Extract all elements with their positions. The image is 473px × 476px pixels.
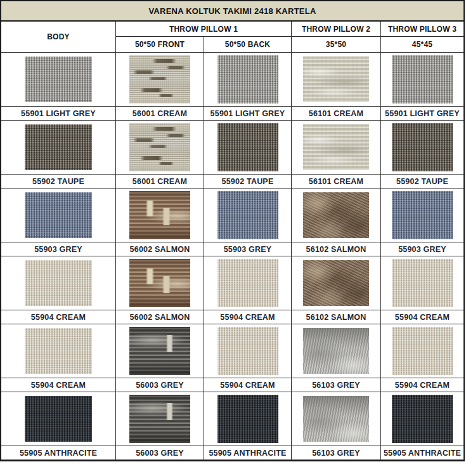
fabric-swatch-56101-cream (303, 56, 369, 102)
fabric-swatch-55905-anthracite (217, 395, 278, 443)
swatch-label: 55904 CREAM (381, 310, 463, 324)
swatch-cell (1, 392, 116, 446)
fabric-swatch-55901-light-grey (217, 55, 278, 103)
swatch-cell (1, 188, 116, 242)
fabric-swatch-55903-grey (217, 191, 278, 239)
fabric-swatch-55902-taupe (25, 124, 92, 170)
swatch-cell (116, 392, 204, 446)
fabric-swatch-56002-salmon (129, 259, 190, 307)
fabric-swatch-55905-anthracite (392, 395, 453, 443)
swatch-label: 55904 CREAM (204, 310, 292, 324)
fabric-swatch-56101-cream (303, 124, 369, 170)
swatch-label: 55904 CREAM (381, 378, 463, 392)
fabric-swatch-55904-cream (392, 259, 453, 307)
column-header-throw-pillow-3: THROW PILLOW 3 (381, 22, 463, 37)
swatch-label: 56103 GREY (292, 378, 381, 392)
fabric-swatch-55901-light-grey (392, 55, 453, 103)
swatch-label: 55902 TAUPE (204, 175, 292, 188)
swatch-label: 56101 CREAM (292, 175, 381, 188)
swatch-cell (292, 188, 381, 242)
swatch-label: 55903 GREY (204, 242, 292, 256)
swatch-cell (204, 188, 292, 242)
fabric-catalog-page: VARENA KOLTUK TAKIMI 2418 KARTELA BODY T… (0, 0, 465, 461)
swatch-cell (381, 256, 463, 310)
swatch-label: 56001 CREAM (116, 175, 204, 188)
swatch-label: 55902 TAUPE (381, 175, 463, 188)
swatch-label: 55901 LIGHT GREY (381, 107, 463, 121)
size-header-45x45: 45*45 (381, 37, 463, 53)
swatch-label: 55903 GREY (1, 242, 116, 256)
fabric-swatch-56001-cream (129, 123, 190, 171)
fabric-swatch-55902-taupe (217, 123, 278, 171)
fabric-swatch-55904-cream (392, 327, 453, 375)
swatch-cell (204, 256, 292, 310)
swatch-cell (292, 121, 381, 175)
fabric-swatch-55903-grey (25, 192, 92, 238)
swatch-label: 55905 ANTHRACITE (381, 446, 463, 460)
swatch-cell (1, 121, 116, 175)
fabric-swatch-55902-taupe (392, 123, 453, 171)
fabric-swatch-56002-salmon (129, 191, 190, 239)
swatch-label: 55904 CREAM (1, 378, 116, 392)
swatch-cell (381, 188, 463, 242)
swatch-cell (292, 324, 381, 378)
swatch-label: 55901 LIGHT GREY (1, 107, 116, 121)
swatch-cell (381, 53, 463, 107)
fabric-swatch-55904-cream (25, 328, 92, 374)
fabric-swatch-56102-salmon (303, 260, 369, 306)
swatch-label: 55904 CREAM (1, 310, 116, 324)
swatch-label: 55903 GREY (381, 242, 463, 256)
fabric-swatch-55901-light-grey (25, 56, 92, 102)
column-header-body: BODY (1, 22, 116, 53)
swatch-cell (116, 324, 204, 378)
swatch-table: BODY THROW PILLOW 1 THROW PILLOW 2 THROW… (1, 22, 463, 460)
swatch-label: 55902 TAUPE (1, 175, 116, 188)
swatch-cell (116, 121, 204, 175)
swatch-label: 56102 SALMON (292, 242, 381, 256)
swatch-label: 55904 CREAM (204, 378, 292, 392)
fabric-swatch-56102-salmon (303, 192, 369, 238)
fabric-swatch-55903-grey (392, 191, 453, 239)
swatch-label: 56002 SALMON (116, 242, 204, 256)
swatch-label: 56001 CREAM (116, 107, 204, 121)
swatch-cell (381, 392, 463, 446)
column-header-throw-pillow-1: THROW PILLOW 1 (116, 22, 292, 37)
swatch-cell (381, 324, 463, 378)
fabric-swatch-55904-cream (25, 260, 92, 306)
swatch-cell (116, 188, 204, 242)
swatch-cell (292, 256, 381, 310)
swatch-label: 55905 ANTHRACITE (1, 446, 116, 460)
swatch-cell (381, 121, 463, 175)
swatch-cell (292, 53, 381, 107)
swatch-cell (204, 392, 292, 446)
size-header-50x50-back: 50*50 BACK (204, 37, 292, 53)
swatch-label: 56102 SALMON (292, 310, 381, 324)
swatch-label: 56103 GREY (292, 446, 381, 460)
fabric-swatch-55904-cream (217, 327, 278, 375)
swatch-label: 56002 SALMON (116, 310, 204, 324)
fabric-swatch-56003-grey (129, 327, 190, 375)
catalog-title: VARENA KOLTUK TAKIMI 2418 KARTELA (1, 1, 463, 22)
fabric-swatch-55904-cream (217, 259, 278, 307)
fabric-swatch-55905-anthracite (25, 396, 92, 442)
swatch-cell (292, 392, 381, 446)
swatch-cell (204, 324, 292, 378)
column-header-throw-pillow-2: THROW PILLOW 2 (292, 22, 381, 37)
swatch-label: 56003 GREY (116, 446, 204, 460)
swatch-label: 55901 LIGHT GREY (204, 107, 292, 121)
swatch-cell (1, 53, 116, 107)
size-header-35x50: 35*50 (292, 37, 381, 53)
swatch-cell (204, 121, 292, 175)
swatch-cell (116, 53, 204, 107)
size-header-50x50-front: 50*50 FRONT (116, 37, 204, 53)
fabric-swatch-56001-cream (129, 55, 190, 103)
swatch-cell (116, 256, 204, 310)
swatch-label: 56101 CREAM (292, 107, 381, 121)
swatch-label: 55905 ANTHRACITE (204, 446, 292, 460)
swatch-cell (1, 324, 116, 378)
fabric-swatch-56103-grey (303, 328, 369, 374)
swatch-label: 56003 GREY (116, 378, 204, 392)
fabric-swatch-56003-grey (129, 395, 190, 443)
swatch-cell (1, 256, 116, 310)
swatch-cell (204, 53, 292, 107)
